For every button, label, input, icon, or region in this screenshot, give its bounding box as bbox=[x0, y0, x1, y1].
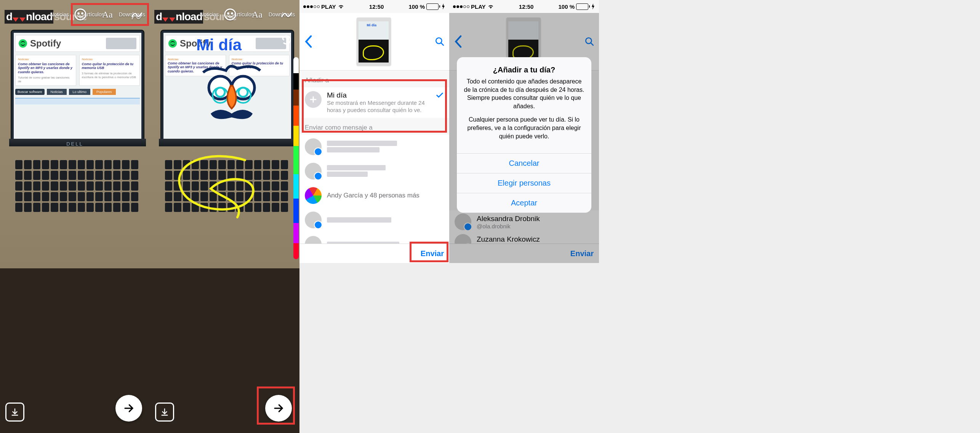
search-icon[interactable] bbox=[435, 37, 445, 47]
contact-row-group[interactable]: Andy García y 48 personas más bbox=[299, 183, 449, 208]
avatar bbox=[305, 138, 322, 155]
highlight-next bbox=[257, 386, 295, 425]
panel-camera-2: Spotify NoticiasComo obtener las cancion… bbox=[150, 0, 299, 433]
save-button[interactable] bbox=[5, 403, 24, 422]
battery-icon bbox=[426, 3, 440, 10]
disguise-sticker[interactable] bbox=[199, 65, 264, 130]
signal-icon bbox=[303, 5, 320, 8]
spotify-label: Spotify bbox=[30, 38, 61, 49]
text-icon[interactable]: Aa bbox=[251, 7, 266, 22]
back-button[interactable] bbox=[304, 35, 312, 48]
laptop-screen-content: Spotify Noticias Como obtener las cancio… bbox=[15, 35, 140, 133]
alert-choose-button[interactable]: Elegir personas bbox=[457, 173, 591, 193]
contact-row[interactable] bbox=[299, 159, 449, 183]
tutorial-panels: Spotify Noticias Como obtener las cancio… bbox=[0, 0, 980, 433]
sticker-icon[interactable] bbox=[223, 7, 238, 22]
color-picker-bar[interactable] bbox=[293, 57, 299, 259]
svg-text:Aa: Aa bbox=[252, 10, 263, 19]
status-bar: PLAY 12:50 100 % bbox=[299, 0, 449, 13]
svg-point-5 bbox=[228, 13, 229, 14]
highlight-edit-icons bbox=[71, 3, 149, 26]
alert-message: Todo el contenido que añades desaparece … bbox=[464, 77, 584, 140]
charging-icon bbox=[442, 3, 445, 10]
laptop-brand: DELL bbox=[66, 141, 83, 147]
panel-camera-1: Spotify Noticias Como obtener las cancio… bbox=[0, 0, 150, 433]
keyboard bbox=[15, 160, 138, 221]
save-button[interactable] bbox=[155, 403, 174, 422]
svg-point-4 bbox=[225, 9, 235, 20]
contact-row[interactable] bbox=[299, 208, 449, 232]
yellow-scribble bbox=[169, 152, 268, 225]
carrier-label: PLAY bbox=[321, 3, 336, 10]
add-to-day-alert: ¿Añadir a tu día? Todo el contenido que … bbox=[457, 57, 591, 213]
highlight-my-day bbox=[302, 79, 447, 133]
wifi-icon bbox=[338, 4, 344, 9]
battery-pct: 100 % bbox=[408, 3, 425, 10]
undo-button[interactable] bbox=[280, 34, 293, 46]
highlight-enviar bbox=[410, 242, 448, 262]
next-button[interactable] bbox=[115, 395, 142, 422]
ios-nav: Mi día bbox=[299, 13, 449, 71]
panel-share: PLAY 12:50 100 % Mi día Añadir a bbox=[299, 0, 449, 263]
alert-cancel-button[interactable]: Cancelar bbox=[457, 153, 591, 173]
mi-dia-text[interactable]: Mi día bbox=[196, 36, 242, 54]
alert-accept-button[interactable]: Aceptar bbox=[457, 193, 591, 213]
group-avatar bbox=[305, 187, 322, 204]
svg-point-6 bbox=[232, 13, 233, 14]
alert-title: ¿Añadir a tu día? bbox=[464, 66, 584, 74]
draw-icon[interactable] bbox=[279, 7, 294, 22]
clock: 12:50 bbox=[369, 3, 384, 10]
camera-background: Spotify Noticias Como obtener las cancio… bbox=[0, 0, 150, 433]
contact-row[interactable] bbox=[299, 135, 449, 159]
messenger-badge-icon bbox=[314, 148, 322, 156]
spotify-icon bbox=[19, 39, 27, 48]
panel-alert: PLAY 12:50 100 % Aleksandra Drobnik @ola… bbox=[449, 0, 599, 263]
promo-image bbox=[106, 38, 136, 49]
preview-thumbnail: Mi día bbox=[357, 18, 391, 66]
